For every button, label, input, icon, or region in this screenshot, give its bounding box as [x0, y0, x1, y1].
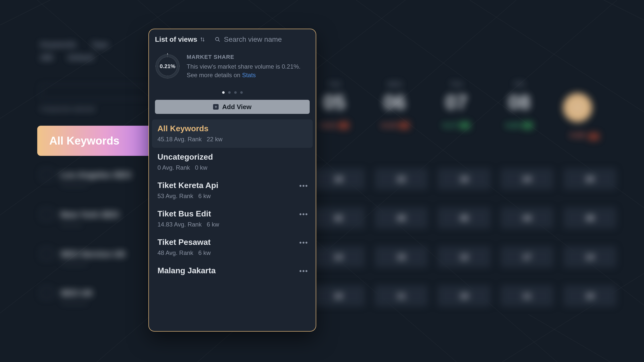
- plus-icon: +: [213, 104, 219, 110]
- view-row[interactable]: Malang Jakarta•••: [152, 261, 313, 280]
- more-icon[interactable]: •••: [299, 210, 308, 218]
- sort-icon[interactable]: [200, 37, 205, 42]
- view-meta: 53 Avg. Rank6 kw: [157, 193, 309, 200]
- view-name: Tiket Kereta Api: [157, 181, 309, 190]
- view-meta: 14.83 Avg. Rank6 kw: [157, 221, 309, 228]
- dashboard-background: KeywordsType 268Default 0 keywords selec…: [0, 0, 644, 362]
- view-meta: 0 Avg. Rank0 kw: [157, 164, 309, 171]
- more-icon[interactable]: •••: [299, 182, 308, 190]
- view-row[interactable]: Tiket Pesawat48 Avg. Rank6 kw•••: [152, 233, 313, 261]
- view-name: All Keywords: [157, 124, 309, 133]
- pager-dot[interactable]: [228, 91, 231, 94]
- pager-dot[interactable]: [222, 91, 225, 94]
- view-meta: 48 Avg. Rank6 kw: [157, 249, 309, 256]
- view-meta: 45.18 Avg. Rank22 kw: [157, 136, 309, 143]
- view-name: Uncategorized: [157, 152, 309, 162]
- pager-dot[interactable]: [234, 91, 237, 94]
- stats-link[interactable]: Stats: [242, 72, 256, 78]
- panel-title: List of views: [155, 35, 197, 43]
- active-view-label: All Keywords: [49, 134, 119, 147]
- search-input[interactable]: [223, 35, 299, 44]
- views-popover: List of views 0.21% MARKE: [148, 29, 316, 332]
- search-icon: [215, 37, 220, 42]
- market-share-card: 0.21% MARKET SHARE This view's market sh…: [155, 54, 310, 79]
- view-name: Tiket Bus Edit: [157, 209, 309, 218]
- more-icon[interactable]: •••: [299, 267, 308, 275]
- view-row[interactable]: All Keywords45.18 Avg. Rank22 kw: [152, 119, 313, 148]
- views-list: All Keywords45.18 Avg. Rank22 kwUncatego…: [149, 119, 316, 331]
- view-name: Malang Jakarta: [157, 266, 309, 275]
- market-share-donut: 0.21%: [155, 54, 180, 79]
- view-row[interactable]: Tiket Kereta Api53 Avg. Rank6 kw•••: [152, 176, 313, 205]
- view-row[interactable]: Uncategorized0 Avg. Rank0 kw: [152, 148, 313, 176]
- view-name: Tiket Pesawat: [157, 238, 309, 247]
- pager-dot[interactable]: [240, 91, 243, 94]
- view-row[interactable]: Tiket Bus Edit14.83 Avg. Rank6 kw•••: [152, 205, 313, 233]
- pager-dots: [149, 91, 316, 94]
- more-icon[interactable]: •••: [299, 239, 308, 247]
- svg-point-0: [216, 37, 219, 41]
- add-view-button[interactable]: + Add View: [155, 100, 310, 114]
- active-view-pill[interactable]: All Keywords: [37, 126, 160, 156]
- market-share-percent: 0.21%: [155, 54, 180, 79]
- market-share-desc: This view's market share volume is 0.21%…: [187, 62, 302, 79]
- market-share-label: MARKET SHARE: [187, 54, 302, 60]
